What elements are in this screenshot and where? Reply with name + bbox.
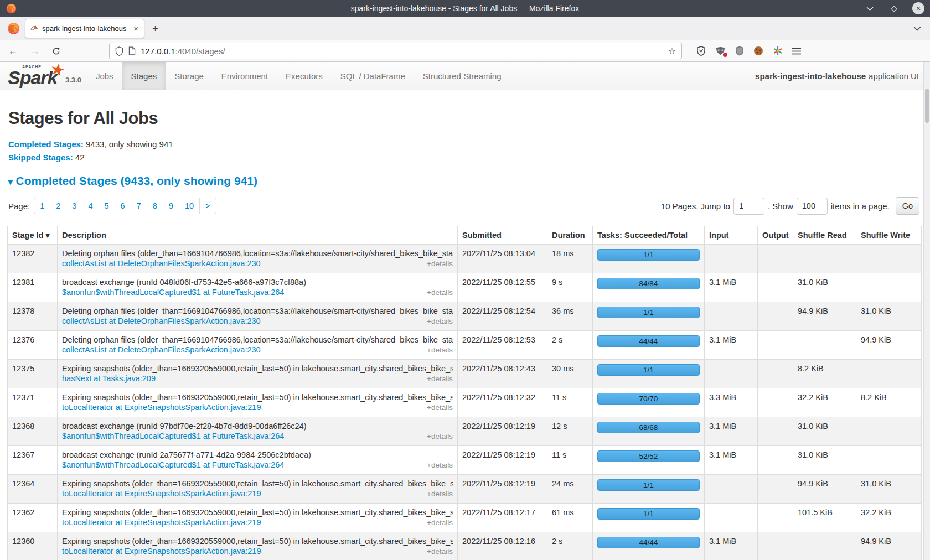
table-row: 12360 Expiring snapshots (older_than=166… (8, 532, 922, 560)
page-button-8[interactable]: 8 (147, 198, 163, 214)
page-button-next[interactable]: > (199, 198, 216, 214)
details-toggle[interactable]: +details (427, 547, 453, 556)
stage-callsite-link[interactable]: toLocalIterator at ExpireSnapshotsSparkA… (62, 489, 261, 498)
section-title: Completed Stages (9433, only showing 941… (16, 174, 257, 187)
container-mask-icon[interactable] (715, 46, 726, 56)
details-toggle[interactable]: +details (427, 260, 453, 268)
details-toggle[interactable]: +details (427, 432, 453, 440)
shield-extension-icon[interactable] (696, 46, 706, 56)
page-button-10[interactable]: 10 (179, 198, 200, 214)
minimize-button[interactable] (864, 2, 876, 14)
scrollbar-thumb[interactable] (925, 89, 929, 123)
column-header-shuffle-read[interactable]: Shuffle Read (793, 226, 856, 245)
page-button-4[interactable]: 4 (82, 198, 99, 214)
menu-icon[interactable] (792, 48, 801, 55)
nav-tab-structured-streaming[interactable]: Structured Streaming (414, 62, 510, 90)
output-cell (758, 532, 793, 560)
tracking-shield-icon[interactable] (115, 46, 123, 56)
close-button[interactable]: × (912, 2, 924, 14)
ublock-icon[interactable] (735, 46, 744, 56)
forward-button[interactable]: → (30, 45, 40, 57)
details-toggle[interactable]: +details (427, 518, 453, 527)
spark-navbar: APACHE Spark ★ 3.3.0 JobsStagesStorageEn… (0, 62, 930, 90)
page-info-icon[interactable] (128, 46, 136, 55)
page-button-1[interactable]: 1 (34, 198, 50, 214)
details-toggle[interactable]: +details (427, 403, 453, 412)
firefox-icon (6, 3, 17, 14)
back-button[interactable]: ← (8, 45, 18, 57)
tasks-progress-label: 1/1 (643, 251, 654, 259)
list-all-tabs-icon[interactable] (913, 26, 921, 31)
maximize-button[interactable]: ◇ (888, 2, 900, 14)
browser-tab[interactable]: spark-ingest-into-lakehous × (25, 19, 144, 38)
column-header-description[interactable]: Description (58, 226, 458, 245)
page-button-6[interactable]: 6 (115, 198, 131, 214)
details-toggle[interactable]: +details (427, 461, 453, 469)
column-header-tasks-succeeded-total[interactable]: Tasks: Succeeded/Total (593, 226, 705, 245)
items-per-page-input[interactable] (797, 198, 828, 215)
stage-id-cell: 12367 (8, 446, 58, 475)
shuffle-write-cell: 94.9 KiB (856, 532, 922, 560)
shuffle-write-cell: 8.2 KiB (856, 388, 922, 417)
details-toggle[interactable]: +details (427, 317, 453, 325)
page-button-9[interactable]: 9 (163, 198, 179, 214)
completed-stages-label[interactable]: Completed Stages: (8, 139, 84, 149)
url-text[interactable]: 127.0.0.1:4040/stages/ (141, 46, 663, 56)
submitted-cell: 2022/11/25 08:12:16 (458, 532, 547, 560)
stage-callsite-link[interactable]: collectAsList at DeleteOrphanFilesSparkA… (62, 259, 261, 268)
page-button-7[interactable]: 7 (131, 198, 147, 214)
stage-callsite-link[interactable]: $anonfun$withThreadLocalCaptured$1 at Fu… (62, 460, 284, 469)
stage-callsite-link[interactable]: hasNext at Tasks.java:209 (62, 374, 156, 383)
stage-callsite-link[interactable]: toLocalIterator at ExpireSnapshotsSparkA… (62, 518, 261, 527)
stage-id-cell: 12360 (8, 532, 58, 560)
details-toggle[interactable]: +details (427, 288, 453, 297)
stage-callsite-link[interactable]: toLocalIterator at ExpireSnapshotsSparkA… (62, 547, 261, 556)
stage-callsite-link[interactable]: collectAsList at DeleteOrphanFilesSparkA… (62, 345, 261, 354)
stage-callsite-link[interactable]: $anonfun$withThreadLocalCaptured$1 at Fu… (62, 288, 284, 297)
column-header-submitted[interactable]: Submitted (458, 226, 547, 245)
reload-icon[interactable] (52, 47, 60, 55)
column-header-shuffle-write[interactable]: Shuffle Write (856, 226, 922, 245)
page-button-3[interactable]: 3 (66, 198, 82, 214)
page-scrollbar[interactable] (923, 62, 930, 560)
bookmark-star-icon[interactable]: ☆ (668, 46, 676, 56)
column-header-stage-id[interactable]: Stage Id ▾ (8, 226, 58, 245)
stage-id-cell: 12381 (8, 273, 58, 302)
nav-tab-stages[interactable]: Stages (122, 62, 166, 90)
stage-callsite-link[interactable]: $anonfun$withThreadLocalCaptured$1 at Fu… (62, 432, 284, 440)
column-header-input[interactable]: Input (705, 226, 758, 245)
stage-callsite-link[interactable]: toLocalIterator at ExpireSnapshotsSparkA… (62, 403, 261, 412)
nav-tab-sql-dataframe[interactable]: SQL / DataFrame (332, 62, 414, 90)
new-tab-button[interactable]: + (152, 23, 158, 35)
stage-description: Expiring snapshots (older_than=166932055… (62, 508, 453, 517)
details-toggle[interactable]: +details (427, 346, 453, 354)
table-row: 12362 Expiring snapshots (older_than=166… (8, 504, 922, 532)
tab-close-icon[interactable]: × (132, 24, 140, 33)
completed-stages-value: 9433, only showing 941 (86, 139, 173, 149)
app-suffix: application UI (869, 71, 919, 81)
shuffle-read-cell: 101.5 KiB (793, 504, 856, 532)
details-toggle[interactable]: +details (427, 490, 453, 498)
cookie-icon[interactable] (753, 46, 763, 56)
nav-tab-jobs[interactable]: Jobs (87, 62, 122, 90)
column-header-output[interactable]: Output (758, 226, 793, 245)
nav-tab-storage[interactable]: Storage (166, 62, 213, 90)
stage-description: Expiring snapshots (older_than=166932055… (62, 479, 453, 488)
colorful-asterisk-icon[interactable] (773, 46, 783, 56)
nav-tab-executors[interactable]: Executors (277, 62, 332, 90)
submitted-cell: 2022/11/25 08:12:54 (458, 302, 547, 331)
column-header-duration[interactable]: Duration (547, 226, 593, 245)
details-toggle[interactable]: +details (427, 375, 453, 383)
nav-tab-environment[interactable]: Environment (213, 62, 277, 90)
submitted-cell: 2022/11/25 08:12:53 (458, 331, 547, 360)
shuffle-read-cell: 31.0 KiB (793, 273, 856, 302)
stage-callsite-link[interactable]: collectAsList at DeleteOrphanFilesSparkA… (62, 317, 261, 325)
page-button-2[interactable]: 2 (50, 198, 66, 214)
jump-to-page-input[interactable] (733, 198, 764, 215)
completed-stages-section-toggle[interactable]: ▾Completed Stages (9433, only showing 94… (8, 174, 930, 188)
skipped-stages-label[interactable]: Skipped Stages: (8, 153, 73, 162)
url-bar[interactable]: 127.0.0.1:4040/stages/ ☆ (109, 43, 682, 59)
page-button-5[interactable]: 5 (99, 198, 115, 214)
submitted-cell: 2022/11/25 08:12:19 (458, 475, 547, 504)
go-button[interactable]: Go (896, 197, 919, 215)
